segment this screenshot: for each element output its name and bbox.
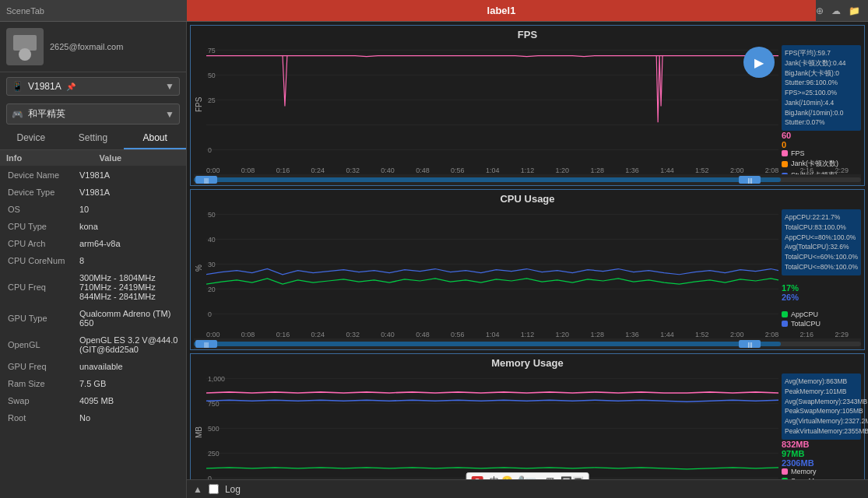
svg-text:40: 40 (208, 236, 216, 244)
info-table-row: RootNo (2, 410, 184, 426)
info-value: arm64-v8a (73, 236, 184, 251)
cpu-chart-area: 50 40 30 20 0 (206, 206, 778, 331)
info-value: 4095 MB (73, 393, 184, 409)
info-key: Ram Size (2, 376, 72, 391)
svg-text:250: 250 (208, 450, 220, 458)
svg-text:50: 50 (208, 211, 216, 219)
memory-chart-area: 1,000 750 500 250 0 (206, 370, 778, 479)
topbar-right-icons: ⊕ ☁ 📁 (816, 5, 868, 16)
info-key: Device Name (2, 167, 72, 183)
fps-y-label: FPS (191, 42, 206, 167)
info-table-row: CPU Archarm64-v8a (2, 236, 184, 251)
tab-setting[interactable]: Setting (62, 128, 125, 149)
fps-x-labels: 0:000:080:160:240:320:400:480:561:041:12… (191, 167, 864, 174)
folder-icon[interactable]: 📁 (849, 5, 860, 16)
fps-stats: FPS(平均):59.7 Jank(卡顿次数):0.44 BigJank(大卡顿… (782, 45, 861, 131)
device-select[interactable]: 📱 V1981A 📌 ▼ (6, 77, 180, 96)
info-key: CPU Type (2, 219, 72, 234)
cpu-stats: AppCPU:22:21.7% TotalCPU:83:100.0% AppCP… (782, 209, 861, 275)
info-key: GPU Freq (2, 359, 72, 374)
svg-text:30: 30 (208, 261, 216, 268)
cloud-icon[interactable]: ☁ (831, 5, 841, 16)
cpu-x-labels: 0:000:080:160:240:320:400:480:561:041:12… (191, 331, 864, 338)
info-table-row: Device NameV1981A (2, 167, 184, 183)
memory-y-label: MB (191, 370, 206, 479)
info-table-row: Device TypeV1981A (2, 184, 184, 200)
tab-device[interactable]: Device (0, 128, 62, 149)
cpu-y-label: % (191, 206, 206, 331)
svg-text:1,000: 1,000 (208, 375, 225, 383)
log-checkbox[interactable] (209, 484, 219, 494)
col-info: Info (0, 150, 93, 166)
svg-text:20: 20 (208, 286, 216, 293)
pin-icon: 📌 (66, 82, 76, 91)
play-icon: ▶ (754, 55, 764, 70)
info-value: 10 (73, 202, 184, 217)
info-key: CPU Arch (2, 236, 72, 251)
cpu-legend: AppCPU TotalCPU (782, 310, 861, 328)
memory-chart-body: MB 1,000 750 500 250 0 (191, 370, 864, 479)
cpu-scrollbar[interactable]: ||| ||| (194, 338, 861, 349)
info-table-row: CPU CoreNum8 (2, 253, 184, 268)
tab-about[interactable]: About (124, 128, 186, 149)
charts-area: FPS FPS 75 50 (187, 22, 868, 479)
scene-tab-label: SceneTab (6, 6, 44, 16)
cpu-chart: CPU Usage % 50 40 30 20 (190, 189, 865, 350)
svg-text:0: 0 (208, 146, 212, 154)
info-key: Root (2, 410, 72, 426)
svg-text:0: 0 (208, 310, 212, 318)
info-table-header: Info Value (0, 150, 186, 166)
cpu-chart-right: AppCPU:22:21.7% TotalCPU:83:100.0% AppCP… (778, 206, 864, 331)
info-table-row: OS10 (2, 202, 184, 217)
svg-text:25: 25 (208, 96, 216, 104)
main-layout: 2625@foxmail.com 📱 V1981A 📌 ▼ 🎮 和平精英 ▼ D… (0, 22, 868, 498)
avatar (6, 28, 44, 65)
target-icon[interactable]: ⊕ (816, 5, 824, 16)
col-value: Value (93, 150, 187, 166)
game-select-label: 和平精英 (28, 107, 65, 121)
fps-chart-title: FPS (191, 26, 864, 42)
sidebar: 2625@foxmail.com 📱 V1981A 📌 ▼ 🎮 和平精英 ▼ D… (0, 22, 187, 498)
user-email: 2625@foxmail.com (50, 42, 123, 51)
memory-legend: Memory SwapMemory VirtualMemory (782, 468, 861, 480)
info-value: No (73, 410, 184, 426)
device-icon: 📱 (12, 81, 23, 92)
info-value: V1981A (73, 167, 184, 183)
info-table: Device NameV1981ADevice TypeV1981AOS10CP… (0, 166, 186, 427)
info-value: 8 (73, 253, 184, 268)
info-table-row: GPU TypeQualcomm Adreno (TM) 650 (2, 306, 184, 331)
game-icon: 🎮 (12, 109, 23, 120)
info-key: Device Type (2, 184, 72, 200)
info-key: CPU CoreNum (2, 253, 72, 268)
info-key: OpenGL (2, 332, 72, 357)
svg-text:500: 500 (208, 425, 220, 433)
play-button[interactable]: ▶ (743, 47, 775, 78)
info-value: 300MHz - 1804MHz 710MHz - 2419MHz 844MHz… (73, 270, 184, 304)
topbar-label: label1 (187, 0, 816, 21)
game-select[interactable]: 🎮 和平精英 ▼ (6, 103, 180, 124)
info-table-row: Swap4095 MB (2, 393, 184, 409)
topbar: SceneTab label1 ⊕ ☁ 📁 (0, 0, 868, 22)
svg-text:75: 75 (208, 47, 216, 54)
nav-tabs: Device Setting About (0, 128, 186, 150)
fps-scrollbar[interactable]: ||| ||| (194, 174, 861, 185)
log-label: Log (225, 484, 241, 495)
content-area: ▶ FPS FPS (187, 22, 868, 498)
svg-point-2 (19, 48, 31, 61)
expand-icon[interactable]: ▲ (193, 484, 202, 495)
info-value: 7.5 GB (73, 376, 184, 391)
memory-chart: Memory Usage MB 1,000 750 500 (190, 353, 865, 479)
device-select-label: V1981A (28, 81, 61, 92)
info-key: OS (2, 202, 72, 217)
info-table-row: OpenGLOpenGL ES 3.2 V@444.0 (GIT@6dd25a0 (2, 332, 184, 357)
memory-chart-right: Avg(Memory):863MB PeakMemory:101MB Avg(S… (778, 370, 864, 479)
info-table-row: CPU Freq300MHz - 1804MHz 710MHz - 2419MH… (2, 270, 184, 304)
info-value: unavailable (73, 359, 184, 374)
topbar-left: SceneTab (0, 0, 187, 21)
info-value: V1981A (73, 184, 184, 200)
cpu-chart-title: CPU Usage (191, 190, 864, 206)
info-value: kona (73, 219, 184, 234)
svg-text:0: 0 (208, 475, 212, 479)
memory-chart-title: Memory Usage (191, 354, 864, 370)
fps-chart-right: FPS(平均):59.7 Jank(卡顿次数):0.44 BigJank(大卡顿… (778, 42, 864, 167)
